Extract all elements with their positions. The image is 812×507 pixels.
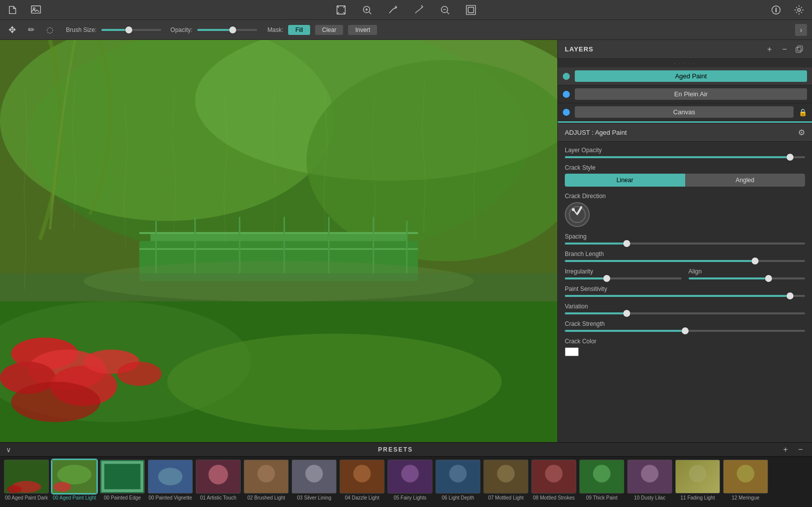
- preset-thumb-aged-paint-dark: [4, 460, 49, 494]
- irregularity-slider[interactable]: [565, 277, 682, 279]
- zoom-in-icon[interactable]: [360, 3, 374, 17]
- crack-style-linear[interactable]: Linear: [565, 174, 685, 187]
- layer-item-canvas[interactable]: Canvas 🔒: [558, 103, 812, 121]
- layers-title: LAYERS: [565, 45, 760, 53]
- preset-thick-paint[interactable]: 09 Thick Paint: [579, 460, 624, 501]
- svg-point-29: [167, 333, 502, 430]
- svg-point-71: [641, 465, 658, 483]
- crack-direction-dial[interactable]: [565, 202, 590, 227]
- canvas-area[interactable]: [0, 40, 557, 442]
- preset-thumb-aged-paint-light: [52, 460, 97, 494]
- preset-painted-edge[interactable]: 00 Painted Edge: [100, 460, 145, 501]
- opacity-slider[interactable]: [197, 29, 257, 31]
- presets-scroll[interactable]: 00 Aged Paint Dark 00 Aged Paint Light 0…: [0, 457, 812, 507]
- settings-icon[interactable]: [792, 3, 806, 17]
- preset-artistic-touch[interactable]: 01 Artistic Touch: [196, 460, 241, 501]
- paint-sensitivity-slider-wrap: [565, 295, 805, 297]
- remove-layer-button[interactable]: −: [779, 44, 790, 55]
- layer-item-aged-paint[interactable]: Aged Paint: [558, 67, 812, 85]
- align-slider[interactable]: [689, 277, 806, 279]
- mask-label: Mask:: [267, 26, 283, 33]
- painting-image: [0, 40, 557, 442]
- preset-silver-lining[interactable]: 03 Silver Lining: [292, 460, 337, 501]
- preset-label-painted-edge: 00 Painted Edge: [104, 495, 141, 501]
- preset-dusty-lilac[interactable]: 10 Dusty Lilac: [627, 460, 672, 501]
- layer-item-en-plein-air[interactable]: En Plein Air: [558, 85, 812, 103]
- layer-visibility-dot-2[interactable]: [563, 91, 570, 98]
- add-preset-button[interactable]: +: [780, 444, 791, 455]
- move-tool[interactable]: ✥: [5, 23, 19, 37]
- layer-opacity-slider[interactable]: [565, 156, 805, 158]
- preset-label-light-depth: 06 Light Depth: [441, 495, 474, 501]
- layer-name-canvas[interactable]: Canvas: [575, 106, 794, 118]
- preset-thumb-artistic-touch: [196, 460, 241, 494]
- invert-button[interactable]: Invert: [348, 25, 377, 35]
- preset-thumb-brushed-light: [244, 460, 289, 494]
- drag-handle: · · · · ·: [558, 59, 812, 67]
- paint-sensitivity-slider[interactable]: [565, 295, 805, 297]
- svg-rect-38: [798, 46, 803, 51]
- preset-fairy-lights[interactable]: 05 Fairy Lights: [388, 460, 432, 501]
- layer-lock-icon: 🔒: [799, 108, 807, 116]
- preset-light-depth[interactable]: 06 Light Depth: [435, 460, 480, 501]
- preset-mottled-strokes[interactable]: 08 Mottled Strokes: [531, 460, 576, 501]
- preset-label-painted-vignette: 00 Painted Vignette: [148, 495, 192, 501]
- preset-dazzle-light[interactable]: 04 Dazzle Light: [340, 460, 385, 501]
- fill-button[interactable]: Fill: [288, 25, 310, 35]
- preset-painted-vignette[interactable]: 00 Painted Vignette: [148, 460, 193, 501]
- svg-point-51: [158, 468, 183, 485]
- remove-preset-button[interactable]: −: [795, 444, 806, 455]
- file-icon[interactable]: [6, 3, 20, 17]
- crack-strength-slider[interactable]: [565, 330, 805, 332]
- add-layer-button[interactable]: +: [764, 44, 775, 55]
- preset-label-brushed-light: 02 Brushed Light: [247, 495, 285, 501]
- align-label: Align: [689, 268, 806, 275]
- spacing-slider[interactable]: [565, 243, 805, 245]
- redo-icon[interactable]: [412, 3, 426, 17]
- transform-icon[interactable]: [334, 3, 348, 17]
- dial-svg: [568, 206, 586, 224]
- preset-brushed-light[interactable]: 02 Brushed Light: [244, 460, 289, 501]
- crack-direction-control: Crack Direction: [565, 193, 805, 227]
- layer-visibility-dot[interactable]: [563, 73, 570, 80]
- duplicate-layer-button[interactable]: [794, 44, 805, 55]
- layer-opacity-slider-wrap: [565, 156, 805, 158]
- info-icon[interactable]: [769, 3, 783, 17]
- layer-name-en-plein-air[interactable]: En Plein Air: [575, 88, 807, 100]
- crack-direction-label: Crack Direction: [565, 193, 805, 200]
- svg-point-53: [208, 465, 228, 485]
- presets-title: PRESETS: [11, 446, 780, 453]
- preset-aged-paint-dark[interactable]: 00 Aged Paint Dark: [4, 460, 49, 501]
- preset-fading-light[interactable]: 11 Fading Light: [675, 460, 720, 501]
- curve-icon[interactable]: [386, 3, 400, 17]
- preset-aged-paint-light[interactable]: 00 Aged Paint Light: [52, 460, 97, 501]
- panel-toggle-arrow[interactable]: ›: [795, 24, 807, 36]
- brush-tool[interactable]: ✏: [24, 23, 38, 37]
- crack-direction-wrap: [565, 202, 805, 227]
- preset-meringue[interactable]: 12 Meringue: [723, 460, 768, 501]
- frame-icon[interactable]: [464, 3, 478, 17]
- branch-length-slider[interactable]: [565, 260, 805, 262]
- crack-color-swatch[interactable]: [565, 347, 579, 356]
- crack-style-angled[interactable]: Angled: [685, 174, 806, 187]
- clear-button[interactable]: Clear: [315, 25, 344, 35]
- top-toolbar: [0, 0, 812, 20]
- svg-point-63: [449, 465, 466, 483]
- adjust-settings-icon[interactable]: ⚙: [798, 128, 805, 137]
- preset-mottled-light[interactable]: 07 Mottled Light: [483, 460, 528, 501]
- align-control: Align: [689, 268, 806, 279]
- presets-collapse-toggle[interactable]: ∨: [6, 446, 11, 454]
- variation-slider[interactable]: [565, 312, 805, 314]
- layer-visibility-dot-3[interactable]: [563, 109, 570, 116]
- variation-label: Variation: [565, 303, 805, 310]
- secondary-toolbar: ✥ ✏ ◌ Brush Size: Opacity: Mask: Fill Cl…: [0, 20, 812, 40]
- image-icon[interactable]: [29, 3, 43, 17]
- opacity-label: Opacity:: [170, 26, 192, 33]
- preset-thumb-mottled-strokes: [531, 460, 576, 494]
- erase-tool[interactable]: ◌: [43, 23, 57, 37]
- irregularity-slider-wrap: [565, 277, 682, 279]
- layer-name-aged-paint[interactable]: Aged Paint: [575, 70, 807, 82]
- brush-size-slider[interactable]: [101, 29, 161, 31]
- zoom-out-icon[interactable]: [438, 3, 452, 17]
- svg-point-67: [545, 465, 562, 483]
